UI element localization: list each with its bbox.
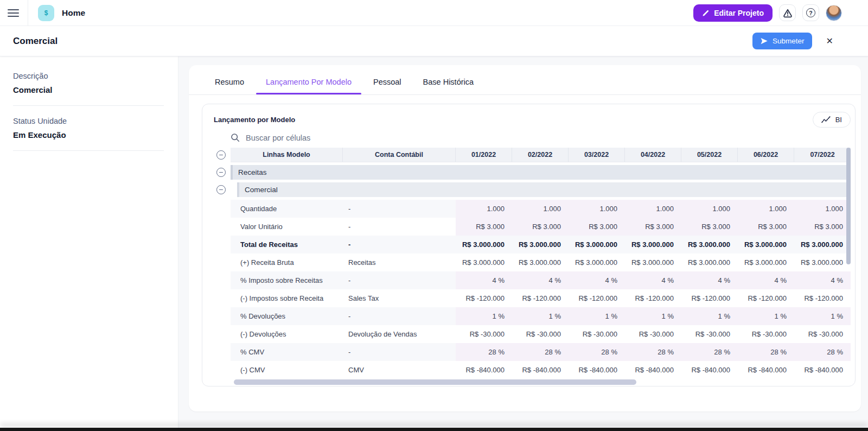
sidebar-field-status-unidade: Status Unidade Em Execução	[13, 117, 164, 151]
value-cell: R$ 3.000.000	[625, 253, 681, 271]
model-table: Linhas ModeloConta Contábil01/202202/202…	[231, 148, 851, 379]
sidebar: Descrição Comercial Status Unidade Em Ex…	[0, 56, 178, 431]
vertical-scrollbar[interactable]	[846, 148, 851, 264]
value-cell[interactable]: 1 %	[794, 307, 851, 325]
bi-button[interactable]: BI	[813, 112, 851, 128]
conta-cell: Devolução de Vendas	[343, 325, 456, 343]
value-cell: R$ -120.000	[625, 289, 681, 307]
value-cell: R$ 3.000.000	[625, 236, 681, 253]
column-header: 06/2022	[738, 148, 794, 162]
edit-project-label: Editar Projeto	[714, 9, 764, 17]
conta-cell: -	[343, 218, 456, 236]
value-cell[interactable]: 1.000	[738, 200, 794, 218]
value-cell[interactable]: 1 %	[625, 307, 681, 325]
value-cell: R$ -30.000	[512, 325, 569, 343]
column-header: Conta Contábil	[343, 148, 456, 162]
value-cell[interactable]: 1 %	[456, 307, 512, 325]
row-label: % Imposto sobre Receitas	[231, 271, 343, 289]
value-cell[interactable]: 1 %	[569, 307, 625, 325]
row-label: Valor Unitário	[231, 218, 343, 236]
tab-resumo[interactable]: Resumo	[214, 73, 245, 94]
value-cell[interactable]: R$ 3.000	[569, 218, 625, 236]
table-row: Total de Receitas-R$ 3.000.000R$ 3.000.0…	[231, 236, 851, 253]
column-header: 01/2022	[456, 148, 512, 162]
field-label: Descrição	[13, 72, 164, 80]
edit-project-button[interactable]: Editar Projeto	[693, 4, 773, 22]
group-label: Comercial	[239, 186, 278, 194]
row-label: (+) Receita Bruta	[231, 253, 343, 271]
hamburger-menu-icon[interactable]	[8, 7, 21, 20]
value-cell[interactable]: 1 %	[738, 307, 794, 325]
value-cell: R$ -840.000	[512, 361, 569, 379]
group-row-comercial[interactable]: Comercial	[237, 182, 851, 197]
collapse-all-icon[interactable]	[216, 150, 226, 160]
value-cell[interactable]: 1.000	[512, 200, 569, 218]
value-cell[interactable]: R$ 3.000	[738, 218, 794, 236]
tab-base-historica[interactable]: Base Histórica	[422, 73, 475, 94]
collapse-comercial-icon[interactable]	[216, 185, 226, 194]
value-cell: R$ -120.000	[512, 289, 569, 307]
row-label: (-) CMV	[231, 361, 343, 379]
value-cell[interactable]: 28 %	[738, 343, 794, 361]
value-cell[interactable]: 1.000	[625, 200, 681, 218]
trend-chart-icon	[821, 116, 831, 124]
value-cell[interactable]: 28 %	[681, 343, 738, 361]
table-row: (-) CMVCMVR$ -840.000R$ -840.000R$ -840.…	[231, 361, 851, 379]
search-input[interactable]	[246, 134, 419, 142]
value-cell[interactable]: 4 %	[512, 271, 569, 289]
value-cell[interactable]: 1.000	[456, 200, 512, 218]
value-cell[interactable]: 1 %	[512, 307, 569, 325]
value-cell[interactable]: 4 %	[456, 271, 512, 289]
value-cell[interactable]: 4 %	[681, 271, 738, 289]
pencil-icon	[702, 9, 710, 17]
value-cell: R$ -30.000	[681, 325, 738, 343]
value-cell[interactable]: 28 %	[569, 343, 625, 361]
column-header: 02/2022	[512, 148, 569, 162]
value-cell: R$ -30.000	[738, 325, 794, 343]
value-cell[interactable]: R$ 3.000	[512, 218, 569, 236]
main-content: Resumo Lançamento Por Modelo Pessoal Bas…	[178, 56, 868, 431]
collapse-receitas-icon[interactable]	[216, 168, 226, 177]
table-scroll-area: Linhas ModeloConta Contábil01/202202/202…	[231, 148, 851, 386]
submit-label: Submeter	[773, 37, 805, 45]
value-cell[interactable]: 28 %	[512, 343, 569, 361]
group-row-receitas[interactable]: Receitas	[231, 165, 851, 180]
value-cell: R$ 3.000.000	[512, 236, 569, 253]
tab-pessoal[interactable]: Pessoal	[372, 73, 403, 94]
submit-button[interactable]: Submeter	[752, 33, 812, 49]
value-cell: R$ 3.000.000	[681, 253, 738, 271]
value-cell[interactable]: 1 %	[681, 307, 738, 325]
table-gutter	[202, 148, 231, 386]
value-cell[interactable]: R$ 3.000	[456, 218, 512, 236]
value-cell[interactable]: 1.000	[569, 200, 625, 218]
user-avatar[interactable]	[826, 5, 842, 21]
value-cell[interactable]: R$ 3.000	[625, 218, 681, 236]
value-cell[interactable]: 28 %	[625, 343, 681, 361]
value-cell[interactable]: 4 %	[738, 271, 794, 289]
value-cell[interactable]: R$ 3.000	[681, 218, 738, 236]
value-cell: R$ -120.000	[681, 289, 738, 307]
value-cell: R$ 3.000.000	[738, 253, 794, 271]
row-label: (-) Devoluções	[231, 325, 343, 343]
value-cell[interactable]: 4 %	[625, 271, 681, 289]
help-button[interactable]: ?	[802, 4, 819, 21]
conta-cell: CMV	[343, 361, 456, 379]
value-cell[interactable]: 1.000	[681, 200, 738, 218]
value-cell[interactable]: 4 %	[794, 271, 851, 289]
value-cell[interactable]: 28 %	[794, 343, 851, 361]
value-cell[interactable]: 28 %	[456, 343, 512, 361]
tab-lancamento-por-modelo[interactable]: Lançamento Por Modelo	[265, 73, 353, 94]
close-icon[interactable]: ✕	[826, 37, 833, 46]
value-cell: R$ -840.000	[681, 361, 738, 379]
content-panel: Resumo Lançamento Por Modelo Pessoal Bas…	[189, 65, 861, 411]
row-label: Quantidade	[231, 200, 343, 218]
horizontal-scrollbar[interactable]	[234, 379, 636, 385]
alerts-button[interactable]	[779, 4, 796, 21]
field-label: Status Unidade	[13, 117, 164, 125]
value-cell[interactable]: 4 %	[569, 271, 625, 289]
value-cell: R$ -30.000	[569, 325, 625, 343]
value-cell[interactable]: R$ 3.000	[794, 218, 851, 236]
value-cell[interactable]: 1.000	[794, 200, 851, 218]
table-row: % CMV-28 %28 %28 %28 %28 %28 %28 %	[231, 343, 851, 361]
value-cell: R$ 3.000.000	[512, 253, 569, 271]
